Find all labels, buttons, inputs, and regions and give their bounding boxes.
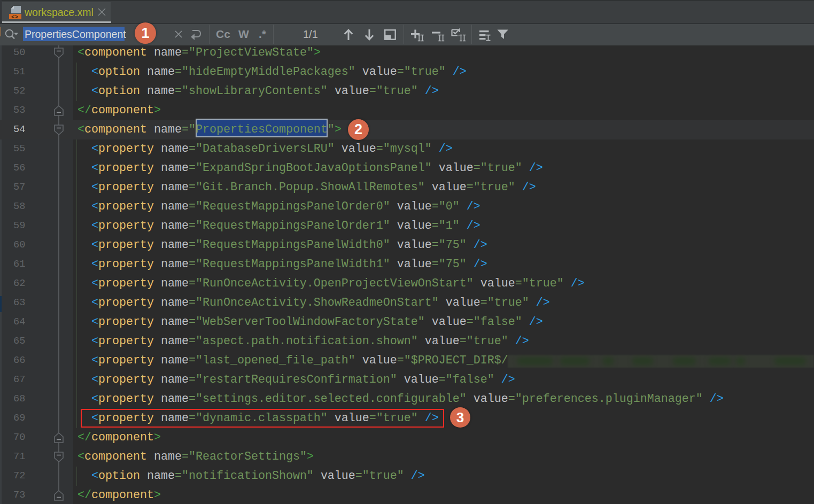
- svg-text:<>: <>: [11, 14, 19, 20]
